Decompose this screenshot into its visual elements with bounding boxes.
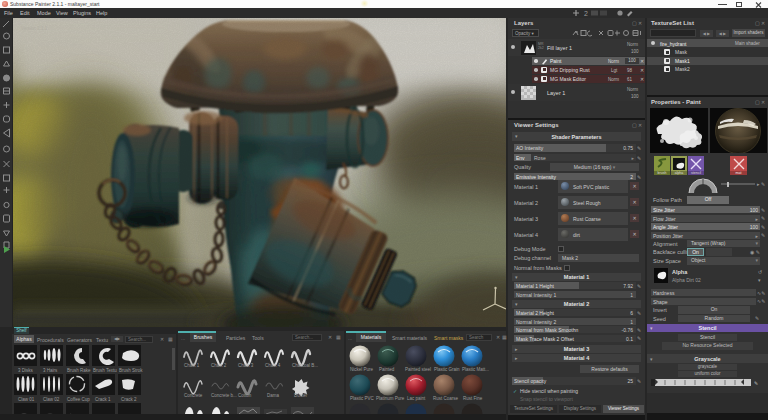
svg-text:Rust Fine: Rust Fine [463,396,483,401]
svg-text:Claw 02: Claw 02 [43,397,60,402]
svg-text:Cotton: Cotton [238,393,252,398]
svg-text:Brush Rake: Brush Rake [67,368,91,373]
svg-text:Plastic Grain: Plastic Grain [434,367,460,372]
svg-text:Claw 01: Claw 01 [18,397,35,402]
svg-text:Concrete: Concrete [184,393,203,398]
svg-text:Nickel Pure: Nickel Pure [350,367,374,372]
svg-text:Dama: Dama [267,393,280,398]
svg-text:3 Disks: 3 Disks [18,368,34,373]
svg-text:Charcoal B...: Charcoal B... [292,363,318,368]
svg-text:Version 2.1.1: Version 2.1.1 [21,26,48,31]
svg-text:Chalk 4: Chalk 4 [265,363,281,368]
svg-text:Plastic Matt...: Plastic Matt... [462,367,489,372]
svg-text:Duster: Duster [294,393,308,398]
svg-text:Painted steel: Painted steel [405,367,431,372]
svg-text:Crack 1: Crack 1 [95,397,111,402]
svg-text:Coffee Cup: Coffee Cup [67,397,90,402]
svg-text:2: 2 [584,10,588,17]
svg-text:Chalk 3: Chalk 3 [238,363,254,368]
svg-text:Brush Strok: Brush Strok [119,368,143,373]
svg-text:Platinum Pure: Platinum Pure [376,396,405,401]
svg-text:Chalk 2: Chalk 2 [211,363,227,368]
svg-text:Chalk 1: Chalk 1 [184,363,200,368]
svg-text:Concrete b...: Concrete b... [211,393,237,398]
svg-text:Lac paint: Lac paint [407,396,426,401]
svg-text:Crack 2: Crack 2 [121,397,137,402]
svg-text:Rust Coarse: Rust Coarse [433,396,459,401]
svg-text:Plastic PVC: Plastic PVC [350,396,375,401]
svg-text:3 Hairs: 3 Hairs [43,368,58,373]
svg-text:Brush Textu: Brush Textu [93,368,117,373]
svg-text:Painted: Painted [379,367,395,372]
